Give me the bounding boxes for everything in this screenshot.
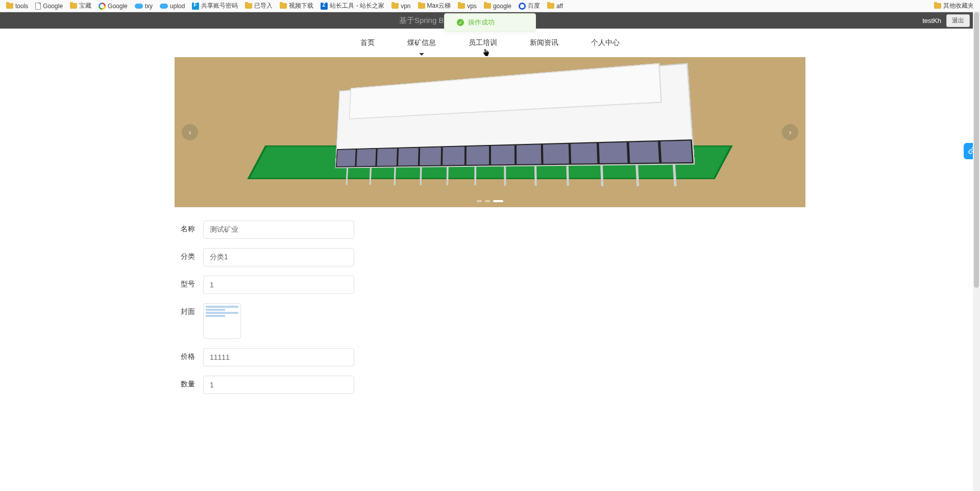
bookmark-item[interactable]: Google	[33, 1, 65, 11]
field-input-2[interactable]	[203, 276, 354, 294]
carousel-next[interactable]: ›	[782, 124, 798, 140]
detail-form: 名称分类型号封面价格数量	[175, 215, 805, 424]
bookmark-label: Google	[108, 3, 128, 10]
bookmark-other-folder[interactable]: 其他收藏夹	[932, 1, 976, 11]
field-input-5[interactable]	[203, 376, 354, 394]
field-label: 数量	[180, 376, 195, 389]
bookmark-label: 共享账号密码	[201, 2, 238, 10]
field-label: 价格	[180, 348, 195, 361]
bookmark-item[interactable]: vpn	[389, 1, 412, 11]
field-input-1[interactable]	[203, 248, 354, 266]
bookmark-label: 百度	[528, 2, 540, 10]
bookmark-item[interactable]: 宝藏	[68, 1, 93, 11]
bookmarks-right: 其他收藏夹	[932, 1, 976, 11]
bookmark-item[interactable]: 百度	[517, 1, 542, 11]
folder-icon	[6, 3, 13, 9]
carousel-dots	[477, 200, 503, 202]
bookmark-label: 站长工具 - 站长之家	[330, 2, 384, 10]
nav-item-0[interactable]: 首页	[360, 35, 375, 51]
folder-icon	[484, 3, 491, 9]
field-label: 分类	[180, 248, 195, 261]
field-row-5: 数量	[180, 376, 805, 394]
bookmark-item[interactable]: aff	[545, 1, 565, 11]
field-row-1: 分类	[180, 248, 805, 266]
scrollbar-vertical[interactable]	[973, 12, 980, 491]
bookmark-label: uplod	[170, 3, 185, 10]
webmaster-icon	[321, 3, 328, 10]
nav-item-3[interactable]: 新闻资讯	[530, 35, 558, 51]
bookmark-label: Google	[43, 3, 63, 10]
bookmark-item[interactable]: Max云梯	[416, 1, 453, 11]
folder-icon	[391, 3, 399, 9]
bookmark-label: 已导入	[254, 2, 273, 10]
bookmarks-left: toolsGoogle宝藏Googletxyuplod共享账号密码已导入视频下载…	[4, 1, 932, 11]
folder-icon	[280, 3, 287, 9]
folder-icon	[418, 3, 425, 9]
nav-item-2[interactable]: 员工培训	[469, 35, 497, 51]
chevron-right-icon: ›	[789, 128, 792, 136]
carousel-dot-2[interactable]	[493, 200, 503, 202]
main-nav: 首页煤矿信息员工培训新闻资讯个人中心	[0, 29, 980, 57]
bookmark-item[interactable]: 共享账号密码	[190, 1, 240, 11]
carousel-dot-1[interactable]	[485, 200, 490, 202]
check-icon: ✓	[457, 19, 464, 26]
bookmark-label: aff	[556, 3, 563, 10]
page-icon	[35, 3, 41, 10]
folder-icon	[547, 3, 554, 9]
bookmark-item[interactable]: 视频下载	[278, 1, 315, 11]
bookmark-label: vps	[467, 3, 477, 10]
bookmark-label: 视频下载	[289, 2, 313, 10]
carousel-dot-0[interactable]	[477, 200, 482, 202]
folder-icon	[458, 3, 465, 9]
bookmark-label: vpn	[401, 3, 410, 10]
bookmarks-bar: toolsGoogle宝藏Googletxyuplod共享账号密码已导入视频下载…	[0, 0, 980, 12]
bookmark-label: Max云梯	[427, 2, 451, 10]
username: testKh	[922, 17, 941, 24]
field-row-0: 名称	[180, 220, 805, 239]
banner-illustration	[175, 57, 805, 207]
bookmark-label: 宝藏	[79, 2, 91, 10]
cloud-icon	[160, 4, 168, 9]
nav-item-4[interactable]: 个人中心	[591, 35, 620, 51]
bookmark-item[interactable]: uplod	[158, 1, 187, 11]
field-input-4[interactable]	[203, 348, 354, 366]
toast-success: ✓ 操作成功	[444, 13, 536, 32]
logout-button[interactable]: 退出	[946, 14, 970, 27]
bookmark-item[interactable]: Google	[96, 1, 130, 11]
bookmark-item[interactable]: 已导入	[243, 1, 275, 11]
field-row-3: 封面	[180, 303, 805, 339]
field-input-0[interactable]	[203, 220, 354, 239]
field-label: 名称	[180, 220, 195, 234]
toast-text: 操作成功	[468, 18, 495, 27]
folder-icon	[245, 3, 252, 9]
field-row-4: 价格	[180, 348, 805, 366]
nav-item-1[interactable]: 煤矿信息	[407, 35, 436, 51]
cover-thumbnail[interactable]	[203, 303, 241, 339]
field-label: 封面	[180, 303, 195, 316]
folder-icon	[70, 3, 77, 9]
share-account-icon	[192, 3, 199, 10]
cloud-icon	[135, 4, 143, 9]
bookmark-label: google	[493, 3, 511, 10]
google-icon	[99, 3, 106, 10]
folder-icon	[934, 3, 941, 9]
bookmark-item[interactable]: 站长工具 - 站长之家	[318, 1, 386, 11]
field-row-2: 型号	[180, 276, 805, 294]
baidu-icon	[519, 3, 526, 10]
bookmark-item[interactable]: txy	[133, 1, 155, 11]
field-label: 型号	[180, 276, 195, 289]
bookmark-item[interactable]: tools	[4, 1, 30, 11]
chevron-left-icon: ‹	[189, 128, 191, 136]
carousel: ‹ ›	[175, 57, 805, 207]
bookmark-item[interactable]: vps	[456, 1, 479, 11]
bookmark-label: tools	[15, 3, 28, 10]
scroll-thumb[interactable]	[974, 12, 979, 288]
bookmark-label: txy	[145, 3, 153, 10]
bookmark-label: 其他收藏夹	[943, 2, 974, 10]
bookmark-item[interactable]: google	[482, 1, 513, 11]
carousel-prev[interactable]: ‹	[182, 124, 198, 140]
